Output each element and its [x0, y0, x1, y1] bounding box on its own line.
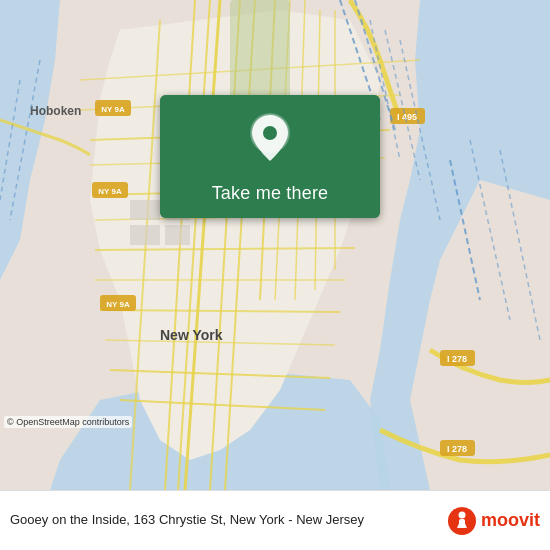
location-pin-icon	[248, 113, 292, 163]
svg-rect-56	[130, 225, 160, 245]
location-description: Gooey on the Inside, 163 Chrystie St, Ne…	[10, 511, 439, 529]
take-me-there-button[interactable]: Take me there	[160, 95, 380, 218]
svg-text:I 495: I 495	[397, 112, 417, 122]
svg-rect-54	[130, 200, 160, 220]
button-icon-area	[160, 95, 380, 175]
moovit-icon	[447, 506, 477, 536]
map-container: I 495 I 278 I 278 NY 9A NY 9A NY 9A Hobo…	[0, 0, 550, 490]
svg-rect-57	[165, 225, 190, 245]
moovit-logo: moovit	[447, 506, 540, 536]
svg-text:NY 9A: NY 9A	[106, 300, 130, 309]
svg-point-60	[263, 126, 277, 140]
svg-point-62	[458, 511, 465, 518]
button-overlay: Take me there	[160, 95, 380, 218]
svg-text:NY 9A: NY 9A	[101, 105, 125, 114]
svg-text:Hoboken: Hoboken	[30, 104, 81, 118]
svg-text:I 278: I 278	[447, 444, 467, 454]
osm-attribution: © OpenStreetMap contributors	[4, 416, 132, 428]
svg-text:NY 9A: NY 9A	[98, 187, 122, 196]
svg-text:New York: New York	[160, 327, 223, 343]
svg-rect-63	[459, 519, 465, 528]
svg-rect-52	[230, 0, 290, 100]
moovit-brand-text: moovit	[481, 510, 540, 531]
button-label: Take me there	[160, 175, 380, 218]
svg-text:I 278: I 278	[447, 354, 467, 364]
bottom-bar: Gooey on the Inside, 163 Chrystie St, Ne…	[0, 490, 550, 550]
